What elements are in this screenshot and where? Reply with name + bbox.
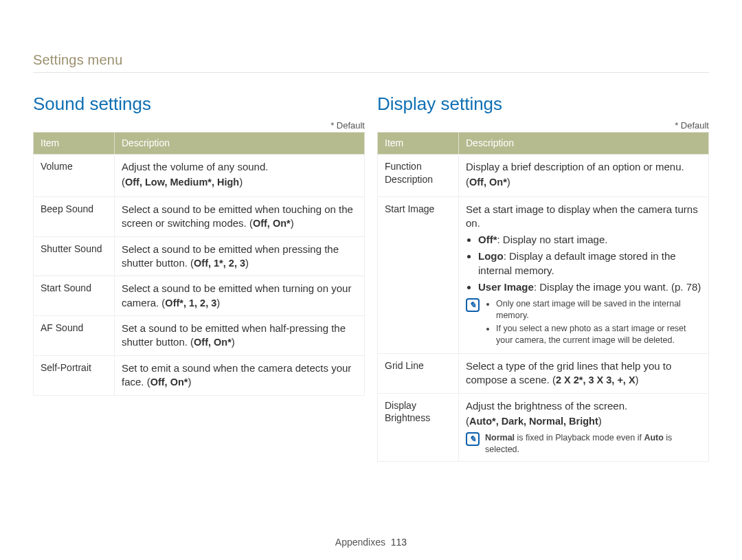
- desc-text: Select a sound to be emitted when touchi…: [122, 203, 353, 229]
- item-volume: Volume: [34, 154, 115, 197]
- note-box: ✎ Only one start image will be saved in …: [466, 298, 701, 348]
- default-note-right: * Default: [377, 120, 709, 131]
- table-row: Grid Line Select a type of the grid line…: [378, 353, 709, 393]
- desc-text: Set a start image to display when the ca…: [466, 203, 698, 229]
- option-text: : Display the image you want. (p. 78): [534, 281, 701, 293]
- options: Off*, 1, 2, 3: [165, 298, 216, 309]
- note-span: is fixed in Playback mode even if: [515, 433, 644, 443]
- options: Off, On*: [253, 218, 291, 229]
- desc-start-image: Set a start image to display when the ca…: [459, 197, 709, 353]
- desc-self-portrait: Set to emit a sound when the camera dete…: [115, 355, 365, 395]
- options: Auto*, Dark, Normal, Bright: [469, 416, 598, 427]
- table-row: Shutter Sound Select a sound to be emitt…: [34, 236, 365, 276]
- item-start-sound: Start Sound: [34, 276, 115, 316]
- option-label: Off*: [478, 234, 497, 245]
- footer-label: Appendixes: [335, 537, 385, 548]
- desc-shutter: Select a sound to be emitted when pressi…: [115, 236, 365, 276]
- item-display-brightness: Display Brightness: [378, 393, 459, 462]
- desc-grid-line: Select a type of the grid lines that hel…: [459, 353, 709, 393]
- option-label: User Image: [478, 281, 534, 293]
- note-bold: Normal: [485, 433, 515, 443]
- desc-text: Display a brief description of an option…: [466, 161, 684, 172]
- option-text: : Display a default image stored in the …: [478, 250, 676, 276]
- table-row: Start Sound Select a sound to be emitted…: [34, 276, 365, 316]
- list-item: User Image: Display the image you want. …: [478, 280, 701, 294]
- desc-text: Adjust the volume of any sound.: [122, 161, 268, 172]
- paren: ): [636, 374, 639, 385]
- display-settings-section: Display settings * Default Item Descript…: [377, 93, 709, 462]
- paren: ): [291, 217, 294, 229]
- default-note-left: * Default: [33, 120, 365, 131]
- item-beep: Beep Sound: [34, 197, 115, 236]
- breadcrumb: Settings menu: [33, 52, 709, 68]
- table-row: Self-Portrait Set to emit a sound when t…: [34, 355, 365, 395]
- options: 2 X 2*, 3 X 3, +, X: [556, 374, 636, 385]
- table-row: Start Image Set a start image to display…: [378, 197, 709, 353]
- list-item: Logo: Display a default image stored in …: [478, 249, 701, 278]
- options: Off, On*: [194, 337, 232, 348]
- paren: ): [216, 297, 220, 309]
- item-af-sound: AF Sound: [34, 316, 115, 356]
- desc-af-sound: Set a sound to be emitted when half-pres…: [115, 316, 365, 356]
- col-description: Description: [115, 133, 365, 155]
- paren: ): [232, 336, 235, 348]
- options: Off, Low, Medium*, High: [125, 177, 239, 188]
- item-start-image: Start Image: [378, 197, 459, 353]
- paren: ): [245, 257, 249, 269]
- col-item: Item: [34, 133, 115, 155]
- table-row: Volume Adjust the volume of any sound. (…: [34, 154, 365, 197]
- paren: ): [598, 415, 602, 427]
- section-title-sound: Sound settings: [33, 93, 365, 115]
- item-grid-line: Grid Line: [378, 353, 459, 393]
- section-title-display: Display settings: [377, 93, 709, 115]
- item-shutter: Shutter Sound: [34, 236, 115, 276]
- divider: [33, 72, 709, 73]
- option-label: Logo: [478, 250, 504, 262]
- desc-text: Select a sound to be emitted when turnin…: [122, 282, 351, 308]
- list-item: Off*: Display no start image.: [478, 233, 701, 247]
- desc-volume: Adjust the volume of any sound. (Off, Lo…: [115, 154, 365, 197]
- desc-function-description: Display a brief description of an option…: [459, 154, 709, 197]
- note-bold: Auto: [644, 433, 663, 443]
- note-box: ✎ Normal is fixed in Playback mode even …: [466, 432, 701, 456]
- note-text: Normal is fixed in Playback mode even if…: [485, 432, 701, 456]
- table-row: Display Brightness Adjust the brightness…: [378, 393, 709, 462]
- note-icon: ✎: [466, 432, 480, 446]
- desc-text: Adjust the brightness of the screen.: [466, 400, 627, 412]
- option-text: : Display no start image.: [497, 234, 608, 245]
- desc-display-brightness: Adjust the brightness of the screen. (Au…: [459, 393, 709, 462]
- table-row: AF Sound Set a sound to be emitted when …: [34, 316, 365, 356]
- desc-start-sound: Select a sound to be emitted when turnin…: [115, 276, 365, 316]
- item-function-description: Function Description: [378, 154, 459, 197]
- col-item: Item: [378, 133, 459, 155]
- paren: ): [507, 176, 510, 188]
- desc-beep: Select a sound to be emitted when touchi…: [115, 197, 365, 236]
- paren: ): [188, 376, 191, 388]
- page-footer: Appendixes 113: [0, 537, 742, 548]
- note-icon: ✎: [466, 298, 480, 312]
- sound-settings-table: Item Description Volume Adjust the volum…: [33, 132, 365, 396]
- page-number: 113: [391, 537, 407, 548]
- table-row: Function Description Display a brief des…: [378, 154, 709, 197]
- options: Off, On*: [469, 177, 507, 188]
- item-self-portrait: Self-Portrait: [34, 355, 115, 395]
- note-item: Only one start image will be saved in th…: [496, 298, 701, 322]
- col-description: Description: [459, 133, 709, 155]
- sound-settings-section: Sound settings * Default Item Descriptio…: [33, 93, 365, 462]
- paren: ): [239, 176, 243, 188]
- table-row: Beep Sound Select a sound to be emitted …: [34, 197, 365, 236]
- options: Off, 1*, 2, 3: [194, 258, 245, 269]
- display-settings-table: Item Description Function Description Di…: [377, 132, 709, 462]
- note-item: If you select a new photo as a start ima…: [496, 323, 701, 346]
- options: Off, On*: [150, 377, 188, 388]
